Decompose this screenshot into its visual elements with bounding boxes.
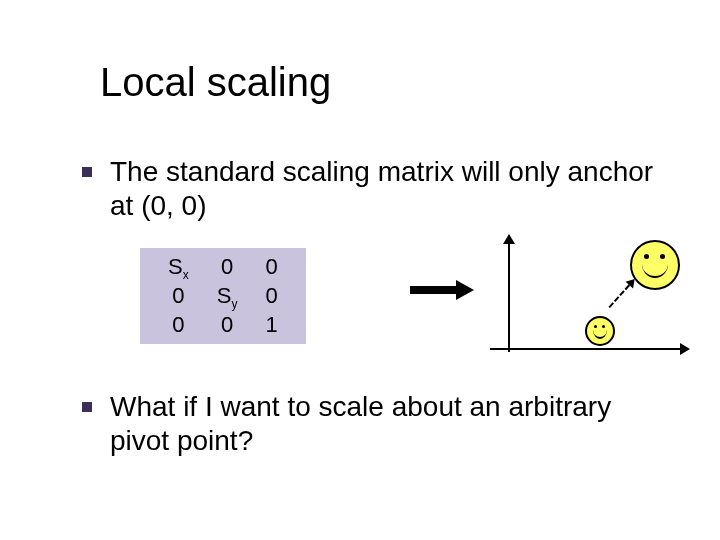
coordinate-plot <box>490 238 690 368</box>
arrow-icon <box>410 280 474 300</box>
content-row: Sx 0 0 0 Sy 0 0 0 1 <box>110 248 670 368</box>
m00-sub: x <box>183 268 189 282</box>
bullet-square-icon <box>82 167 92 177</box>
m11: S <box>217 283 232 308</box>
smiley-big-icon <box>630 240 680 290</box>
bullet-2-text: What if I want to scale about an arbitra… <box>110 391 611 456</box>
bullet-1: The standard scaling matrix will only an… <box>110 155 670 222</box>
m10: 0 <box>154 283 203 312</box>
m20: 0 <box>154 312 203 337</box>
m01: 0 <box>203 254 252 283</box>
page-title: Local scaling <box>100 60 331 105</box>
m11-sub: y <box>231 298 237 312</box>
m21: 0 <box>203 312 252 337</box>
bullet-1-text: The standard scaling matrix will only an… <box>110 156 653 221</box>
m22: 1 <box>251 312 291 337</box>
scaling-matrix: Sx 0 0 0 Sy 0 0 0 1 <box>140 248 306 344</box>
smiley-small-icon <box>585 316 615 346</box>
bullet-square-icon <box>82 402 92 412</box>
y-axis-icon <box>508 244 510 352</box>
x-axis-icon <box>490 348 680 350</box>
dashed-arrow-icon <box>609 284 632 309</box>
m12: 0 <box>251 283 291 312</box>
bullet-2: What if I want to scale about an arbitra… <box>110 390 670 457</box>
m00: S <box>168 254 183 279</box>
slide: Local scaling The standard scaling matri… <box>0 0 720 540</box>
m02: 0 <box>251 254 291 283</box>
